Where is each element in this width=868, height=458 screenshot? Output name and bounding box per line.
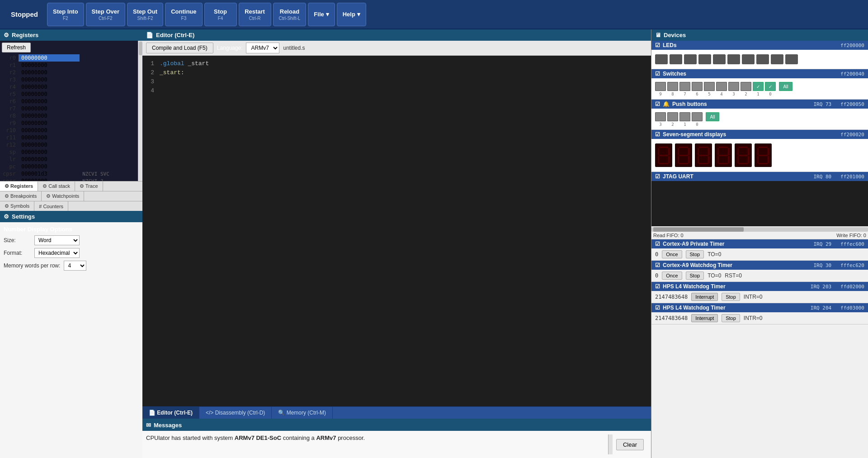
register-value[interactable]: 00000000 (19, 62, 80, 69)
register-value[interactable]: 00000000 (19, 134, 80, 141)
file-menu-button[interactable]: File ▾ (308, 3, 335, 26)
table-row[interactable]: r100000000 (0, 62, 142, 69)
register-value[interactable]: 00000000 (19, 141, 80, 148)
register-value[interactable]: 00000000 (19, 156, 80, 163)
table-row[interactable]: r1000000000 (0, 127, 142, 134)
sw-3[interactable] (728, 82, 739, 91)
jtag-scrollbar[interactable] (651, 227, 868, 232)
table-row[interactable]: r400000000 (0, 83, 142, 91)
tab-editor[interactable]: 📄 Editor (Ctrl-E) (142, 407, 199, 419)
step-into-button[interactable]: Step Into F2 (47, 3, 84, 26)
register-value[interactable]: 00000000 (19, 163, 80, 170)
table-row[interactable]: spsr00000000NZCVI ? (0, 177, 142, 181)
led-7[interactable] (684, 54, 697, 64)
register-value[interactable]: 00000000 (19, 105, 80, 112)
led-5[interactable] (713, 54, 726, 64)
register-value[interactable]: 00000000 (19, 127, 80, 134)
tab-symbols[interactable]: ⚙ Symbols (0, 201, 34, 211)
register-value[interactable]: 00000000 (19, 112, 80, 119)
cortex-watchdog-check-icon[interactable]: ☑ (655, 262, 660, 268)
pb-check-icon[interactable]: ☑ (655, 101, 660, 107)
register-value[interactable]: 00000000 (19, 119, 80, 127)
led-3[interactable] (742, 54, 755, 64)
led-2[interactable] (756, 54, 769, 64)
cortex-timer-stop-button[interactable]: Stop (686, 250, 704, 258)
cortex-watchdog-stop-button[interactable]: Stop (686, 272, 704, 280)
language-select[interactable]: ARMv7 (246, 43, 279, 53)
tab-breakpoints[interactable]: ⚙ Breakpoints (0, 191, 42, 201)
register-value[interactable]: 00000000 (19, 148, 80, 156)
hps-watchdog1-check-icon[interactable]: ☑ (655, 283, 660, 290)
seg-digit-4[interactable] (675, 143, 692, 167)
cortex-watchdog-once-button[interactable]: Once (662, 272, 682, 280)
stop-button[interactable]: Stop F4 (204, 3, 237, 26)
register-value[interactable]: 00000000 (19, 83, 80, 91)
help-menu-button[interactable]: Help ▾ (337, 3, 366, 26)
table-row[interactable]: r300000000 (0, 76, 142, 83)
table-row[interactable]: pc00000000 (0, 163, 142, 170)
seg-digit-1[interactable] (735, 143, 752, 167)
tab-trace[interactable]: ⚙ Trace (75, 181, 103, 191)
sw-1[interactable]: ✓ (753, 82, 764, 91)
sw-2[interactable] (741, 82, 751, 91)
sw-all[interactable]: All (779, 82, 793, 91)
led-9[interactable] (655, 54, 668, 64)
switches-check-icon[interactable]: ☑ (655, 71, 660, 77)
cortex-timer-check-icon[interactable]: ☑ (655, 241, 660, 247)
tab-disassembly[interactable]: </> Disassembly (Ctrl-D) (199, 407, 272, 419)
continue-button[interactable]: Continue F3 (165, 3, 202, 26)
seg-digit-5[interactable] (655, 143, 672, 167)
led-4[interactable] (727, 54, 740, 64)
jtag-terminal[interactable] (651, 181, 868, 226)
table-row[interactable]: r500000000 (0, 91, 142, 98)
table-row[interactable]: r000000000 (0, 54, 142, 62)
messages-scrollbar[interactable] (608, 434, 613, 454)
led-8[interactable] (670, 54, 682, 64)
seg-digit-0[interactable] (755, 143, 772, 167)
pb-all[interactable]: All (706, 112, 719, 121)
register-value[interactable]: 000001d3 (19, 170, 80, 177)
registers-scrollbar[interactable] (138, 41, 142, 181)
tab-watchpoints[interactable]: ⚙ Watchpoints (42, 191, 84, 201)
step-over-button[interactable]: Step Over Ctrl-F2 (86, 3, 125, 26)
table-row[interactable]: r900000000 (0, 119, 142, 127)
pb-3[interactable] (655, 112, 666, 121)
table-row[interactable]: r600000000 (0, 98, 142, 105)
table-row[interactable]: r700000000 (0, 105, 142, 112)
format-select[interactable]: Binary Decimal Hexadecimal (34, 248, 80, 258)
sw-5[interactable] (704, 82, 715, 91)
led-1[interactable] (771, 54, 783, 64)
register-value[interactable]: 00000000 (19, 177, 80, 181)
hps-watchdog2-stop-button[interactable]: Stop (722, 314, 740, 322)
code-editor[interactable]: 1234 .global _start _start: (142, 56, 651, 406)
clear-button[interactable]: Clear (616, 439, 644, 450)
seg-digit-2[interactable] (715, 143, 732, 167)
pb-1[interactable] (679, 112, 690, 121)
tab-registers[interactable]: ⚙ Registers (0, 181, 38, 191)
sw-6[interactable] (692, 82, 703, 91)
seg-digit-3[interactable] (695, 143, 712, 167)
reload-button[interactable]: Reload Ctrl-Shift-L (273, 3, 307, 26)
compile-load-button[interactable]: Compile and Load (F5) (146, 43, 213, 53)
table-row[interactable]: sp00000000 (0, 148, 142, 156)
jtag-check-icon[interactable]: ☑ (655, 173, 660, 180)
register-value[interactable]: 00000000 (19, 54, 80, 62)
restart-button[interactable]: Restart Ctrl-R (239, 3, 271, 26)
refresh-button[interactable]: Refresh (2, 43, 31, 52)
size-select[interactable]: Byte Halfword Word (34, 235, 80, 245)
hps-watchdog2-interrupt-button[interactable]: Interrupt (691, 314, 718, 322)
register-value[interactable]: 00000000 (19, 76, 80, 83)
sw-4[interactable] (716, 82, 727, 91)
table-row[interactable]: r1100000000 (0, 134, 142, 141)
seven-seg-check-icon[interactable]: ☑ (655, 131, 660, 138)
hps-watchdog1-interrupt-button[interactable]: Interrupt (691, 293, 718, 301)
table-row[interactable]: lr00000000 (0, 156, 142, 163)
hps-watchdog1-stop-button[interactable]: Stop (722, 293, 740, 301)
led-6[interactable] (698, 54, 711, 64)
tab-memory[interactable]: 🔍 Memory (Ctrl-M) (272, 407, 333, 419)
table-row[interactable]: cpsr000001d3NZCVI SVC (0, 170, 142, 177)
led-0[interactable] (785, 54, 798, 64)
sw-8[interactable] (667, 82, 678, 91)
sw-0[interactable]: ✓ (765, 82, 776, 91)
tab-call-stack[interactable]: ⚙ Call stack (38, 181, 75, 191)
